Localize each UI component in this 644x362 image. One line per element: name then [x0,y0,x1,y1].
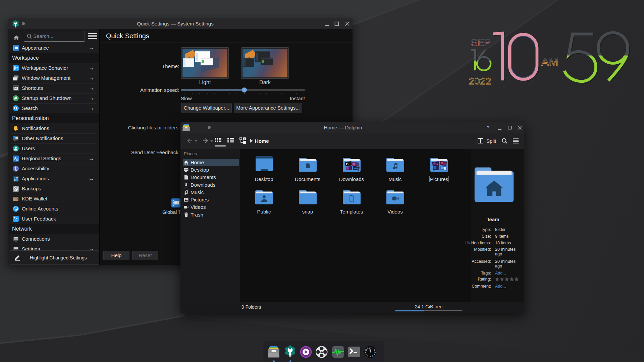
svg-text:SEP: SEP [471,37,491,48]
svg-text:?: ? [487,125,489,130]
svg-text:11: 11 [367,348,369,349]
svg-text:AM: AM [541,56,558,68]
svg-text:?: ? [17,159,18,161]
svg-text:2022: 2022 [469,75,491,86]
svg-text:10: 10 [365,349,367,351]
svg-text:A: A [14,157,16,160]
